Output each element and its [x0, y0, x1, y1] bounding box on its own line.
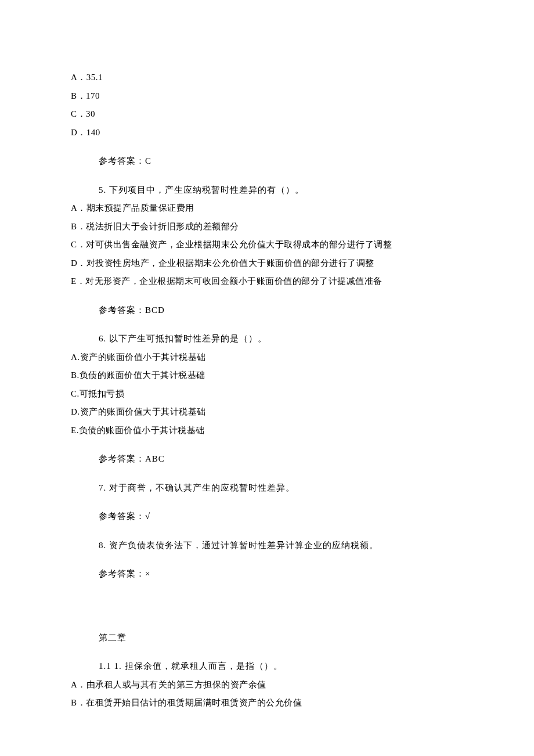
q5-option-a: A．期末预提产品质量保证费用: [71, 199, 463, 218]
q8-answer: 参考答案：×: [71, 555, 463, 594]
q8-stem: 8. 资产负债表债务法下，通过计算暂时性差异计算企业的应纳税额。: [71, 537, 463, 555]
q7-answer: 参考答案：√: [71, 497, 463, 537]
q7-stem: 7. 对于商誉，不确认其产生的应税暂时性差异。: [71, 479, 463, 498]
q6-option-b: B.负债的账面价值大于其计税基础: [71, 366, 463, 385]
q4-option-a: A．35.1: [71, 69, 463, 87]
q6-answer: 参考答案：ABC: [71, 440, 463, 479]
q5-option-b: B．税法折旧大于会计折旧形成的差额部分: [71, 218, 463, 236]
q6-option-a: A.资产的账面价值小于其计税基础: [71, 348, 463, 367]
q5-option-e: E．对无形资产，企业根据期末可收回金额小于账面价值的部分了计提减值准备: [71, 272, 463, 291]
document-page: A．35.1 B．170 C．30 D．140 参考答案：C 5. 下列项目中，…: [0, 0, 534, 756]
q4-option-c: C．30: [71, 105, 463, 124]
q5-stem: 5. 下列项目中，产生应纳税暂时性差异的有（）。: [71, 181, 463, 200]
q6-stem: 6. 以下产生可抵扣暂时性差异的是（）。: [71, 330, 463, 348]
q4-option-d: D．140: [71, 124, 463, 142]
ch2-q1-option-b: B．在租赁开始日估计的租赁期届满时租赁资产的公允价值: [71, 694, 463, 712]
q5-option-d: D．对投资性房地产，企业根据期末公允价值大于账面价值的部分进行了调整: [71, 254, 463, 273]
q6-option-d: D.资产的账面价值大于其计税基础: [71, 403, 463, 422]
q5-option-c: C．对可供出售金融资产，企业根据期末公允价值大于取得成本的部分进行了调整: [71, 236, 463, 254]
q6-option-c: C.可抵扣亏损: [71, 385, 463, 404]
q5-answer: 参考答案：BCD: [71, 291, 463, 330]
ch2-q1-option-a: A．由承租人或与其有关的第三方担保的资产余值: [71, 676, 463, 694]
ch2-q1-stem: 1.1 1. 担保余值，就承租人而言，是指（）。: [71, 657, 463, 676]
chapter-2-title: 第二章: [71, 594, 463, 658]
q6-option-e: E.负债的账面价值小于其计税基础: [71, 422, 463, 440]
q4-answer: 参考答案：C: [71, 142, 463, 181]
q4-option-b: B．170: [71, 87, 463, 106]
